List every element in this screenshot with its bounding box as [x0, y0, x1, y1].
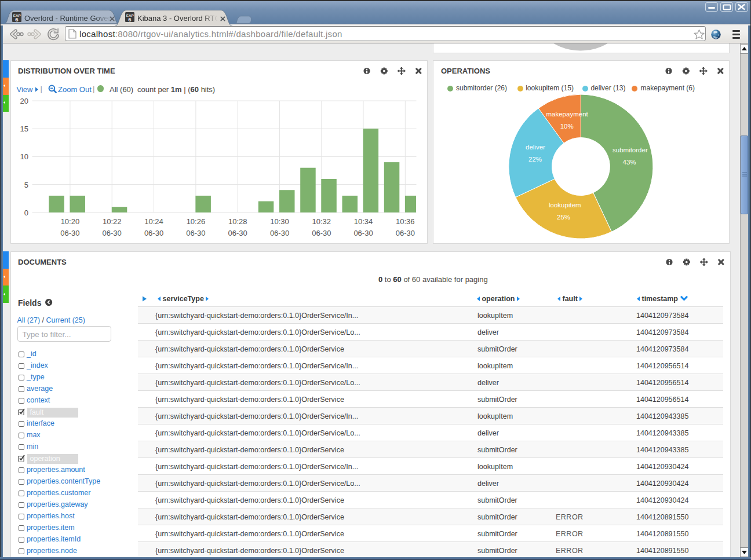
svg-text:10:30: 10:30 — [270, 217, 289, 226]
svg-text:06-30: 06-30 — [353, 229, 373, 237]
svg-text:6: 6 — [15, 16, 18, 22]
svg-text:10:36: 10:36 — [396, 217, 415, 226]
svg-text:06-30: 06-30 — [270, 229, 289, 237]
svg-text:06-30: 06-30 — [144, 229, 163, 237]
svg-text:10:22: 10:22 — [103, 217, 122, 226]
svg-text:06-30: 06-30 — [186, 229, 205, 237]
svg-text:06-30: 06-30 — [396, 229, 415, 237]
svg-text:06-30: 06-30 — [228, 229, 247, 237]
svg-text:10:32: 10:32 — [312, 217, 331, 226]
svg-text:10:28: 10:28 — [228, 217, 247, 226]
svg-text:10:26: 10:26 — [187, 217, 206, 226]
svg-text:20: 20 — [20, 97, 28, 105]
svg-text:6: 6 — [128, 16, 131, 22]
svg-text:10: 10 — [20, 152, 28, 161]
svg-text:06-30: 06-30 — [60, 229, 79, 237]
svg-text:15: 15 — [20, 125, 28, 133]
svg-text:10:20: 10:20 — [61, 217, 80, 226]
svg-text:5: 5 — [24, 181, 28, 189]
svg-text:0: 0 — [24, 208, 28, 217]
svg-text:10:24: 10:24 — [144, 217, 163, 226]
svg-text:10:34: 10:34 — [354, 217, 373, 226]
svg-text:06-30: 06-30 — [103, 229, 122, 237]
svg-text:06-30: 06-30 — [312, 229, 331, 237]
